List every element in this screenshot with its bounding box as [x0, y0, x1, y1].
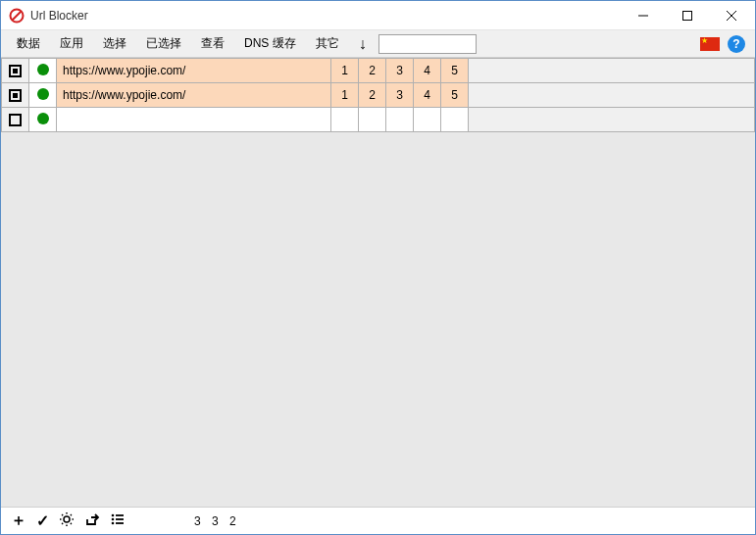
menu-bar: 数据 应用 选择 已选择 查看 DNS 缓存 其它 ↓ ?	[1, 30, 755, 58]
row-num-cell[interactable]: 2	[359, 83, 386, 108]
add-button[interactable]: ＋	[11, 511, 26, 531]
status-counts: 3 3 2	[194, 514, 240, 528]
row-num-cell[interactable]	[359, 108, 386, 132]
row-num-cell[interactable]	[414, 108, 441, 132]
settings-button[interactable]	[59, 511, 75, 531]
minimize-button[interactable]	[621, 1, 665, 29]
checkbox-icon	[9, 89, 22, 102]
row-status-cell	[29, 83, 57, 108]
row-num-cell[interactable]: 3	[386, 59, 414, 83]
row-checkbox-cell[interactable]	[2, 83, 29, 108]
menu-data[interactable]: 数据	[7, 31, 50, 56]
svg-line-1	[13, 11, 22, 20]
url-table: https://www.ypojie.com/12345https://www.…	[1, 58, 755, 507]
row-num-cell[interactable]: 5	[441, 83, 469, 108]
menu-selected[interactable]: 已选择	[136, 31, 191, 56]
status-dot-icon	[37, 88, 49, 100]
row-empty-cell	[469, 108, 755, 132]
menu-apply[interactable]: 应用	[50, 31, 93, 56]
row-empty-cell	[469, 83, 755, 108]
svg-point-8	[112, 521, 115, 524]
menu-dns-cache[interactable]: DNS 缓存	[234, 31, 306, 56]
help-icon[interactable]: ?	[728, 35, 745, 53]
row-empty-cell	[469, 59, 755, 83]
row-num-cell[interactable]: 2	[359, 59, 386, 83]
row-num-cell[interactable]	[386, 108, 414, 132]
checkbox-icon	[9, 114, 22, 126]
svg-point-7	[112, 517, 115, 520]
row-url-cell[interactable]: https://www.ypojie.com/	[57, 59, 331, 83]
svg-rect-3	[682, 11, 691, 20]
row-num-cell[interactable]	[441, 108, 469, 132]
row-url-cell[interactable]: https://www.ypojie.com/	[57, 83, 331, 108]
row-num-cell[interactable]: 3	[386, 83, 414, 108]
table-row: https://www.ypojie.com/12345	[2, 59, 755, 83]
maximize-button[interactable]	[665, 1, 709, 29]
row-status-cell	[29, 59, 57, 83]
list-button[interactable]	[110, 511, 126, 531]
status-bar: ＋ ✓ 3 3 2	[1, 507, 755, 534]
flag-china-icon[interactable]	[700, 37, 720, 51]
close-button[interactable]	[709, 1, 753, 29]
export-button[interactable]	[84, 511, 100, 531]
status-dot-icon	[37, 113, 49, 124]
apply-button[interactable]: ✓	[36, 511, 49, 530]
status-dot-icon	[37, 64, 49, 75]
row-num-cell[interactable]: 1	[331, 59, 359, 83]
row-num-cell[interactable]: 4	[414, 59, 441, 83]
menu-select[interactable]: 选择	[93, 31, 136, 56]
checkbox-icon	[9, 65, 22, 77]
row-num-cell[interactable]: 5	[441, 59, 469, 83]
svg-point-6	[112, 513, 115, 516]
app-title: Url Blocker	[30, 9, 621, 23]
row-num-cell[interactable]	[331, 108, 359, 132]
row-checkbox-cell[interactable]	[2, 108, 29, 132]
row-num-cell[interactable]: 4	[414, 83, 441, 108]
search-input[interactable]	[378, 34, 477, 54]
title-bar: Url Blocker	[1, 1, 755, 30]
row-status-cell	[29, 108, 57, 132]
row-url-cell[interactable]	[57, 108, 331, 132]
menu-view[interactable]: 查看	[191, 31, 234, 56]
table-row: https://www.ypojie.com/12345	[2, 83, 755, 108]
app-icon	[9, 8, 25, 24]
table-row	[2, 108, 755, 132]
arrow-down-icon[interactable]: ↓	[353, 35, 373, 53]
window-controls	[621, 1, 753, 29]
menu-other[interactable]: 其它	[306, 31, 349, 56]
row-num-cell[interactable]: 1	[331, 83, 359, 108]
row-checkbox-cell[interactable]	[2, 59, 29, 83]
